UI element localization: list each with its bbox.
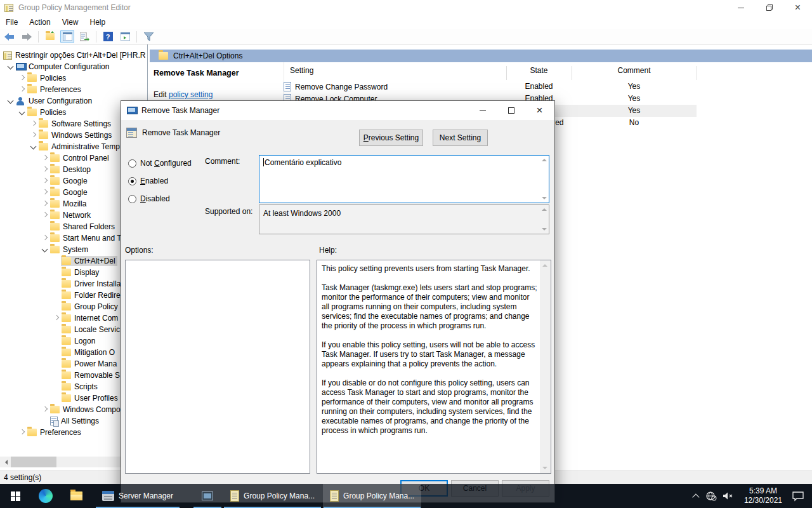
radio-disabled[interactable]: Disabled bbox=[128, 194, 170, 203]
tree-item[interactable]: Restringir opções Ctrl+Alt+Del [PHR.R bbox=[0, 50, 147, 61]
scrollbar-thumb[interactable] bbox=[11, 457, 56, 467]
expander-icon[interactable] bbox=[18, 74, 27, 83]
radio-not-configured[interactable]: Not Configured bbox=[128, 159, 192, 168]
taskbar-app-group-policy-2[interactable]: Group Policy Mana... bbox=[323, 484, 421, 508]
dialog-titlebar[interactable]: Remove Task Manager × bbox=[121, 101, 554, 120]
menu-view[interactable]: View bbox=[56, 16, 84, 29]
minimize-button[interactable] bbox=[726, 0, 755, 15]
radio-icon[interactable] bbox=[128, 195, 136, 203]
expander-icon[interactable] bbox=[29, 131, 38, 140]
gpo-scroll-icon bbox=[230, 490, 239, 502]
expander-icon[interactable] bbox=[6, 97, 15, 105]
expander-icon[interactable] bbox=[52, 291, 61, 300]
taskbar-app-group-policy-1[interactable]: Group Policy Mana... bbox=[223, 484, 322, 508]
expander-icon[interactable] bbox=[18, 108, 27, 117]
expander-icon[interactable] bbox=[41, 177, 49, 185]
expander-icon[interactable] bbox=[52, 337, 61, 345]
expander-icon[interactable] bbox=[18, 428, 27, 437]
dialog-minimize-button[interactable] bbox=[468, 102, 497, 119]
expander-icon[interactable] bbox=[41, 234, 49, 243]
expander-icon[interactable] bbox=[52, 325, 61, 334]
show-properties-button[interactable] bbox=[118, 30, 132, 43]
expander-icon[interactable] bbox=[18, 85, 27, 94]
expander-icon[interactable] bbox=[41, 211, 49, 220]
help-scrollbar[interactable] bbox=[540, 260, 551, 473]
expander-icon[interactable] bbox=[29, 142, 38, 151]
expander-icon[interactable] bbox=[41, 154, 49, 163]
notifications-icon[interactable] bbox=[792, 491, 804, 502]
up-one-level-button[interactable] bbox=[43, 30, 57, 43]
taskbar-explorer-button[interactable] bbox=[61, 484, 91, 508]
expander-icon[interactable] bbox=[41, 165, 49, 174]
folder-icon bbox=[50, 234, 60, 242]
expander-icon[interactable] bbox=[41, 222, 49, 231]
expander-icon[interactable] bbox=[52, 382, 61, 391]
expander-icon[interactable] bbox=[52, 314, 61, 323]
scroll-down-icon[interactable] bbox=[542, 467, 547, 469]
menu-help[interactable]: Help bbox=[84, 16, 112, 29]
scroll-left-arrow-icon[interactable] bbox=[0, 457, 11, 467]
scroll-up-icon[interactable] bbox=[542, 159, 547, 161]
scroll-up-icon[interactable] bbox=[542, 264, 547, 267]
expander-icon[interactable] bbox=[52, 359, 61, 368]
expander-icon[interactable] bbox=[52, 348, 61, 357]
export-list-button[interactable] bbox=[77, 30, 91, 43]
expander-icon[interactable] bbox=[41, 245, 49, 254]
volume-muted-icon[interactable] bbox=[723, 491, 735, 501]
folder-icon bbox=[62, 383, 71, 391]
radio-icon[interactable] bbox=[128, 159, 136, 168]
table-row[interactable]: Remove Change Password Enabled Yes bbox=[280, 81, 697, 93]
back-button[interactable] bbox=[3, 30, 16, 43]
expander-icon[interactable] bbox=[52, 268, 61, 277]
maximize-icon bbox=[508, 107, 514, 114]
scroll-down-icon[interactable] bbox=[542, 228, 547, 231]
comment-text: Comentário explicativo bbox=[265, 158, 341, 167]
show-console-tree-button[interactable] bbox=[60, 30, 74, 43]
column-header-setting[interactable]: Setting bbox=[290, 66, 313, 79]
expander-icon[interactable] bbox=[41, 405, 49, 414]
network-offline-icon[interactable] bbox=[705, 491, 717, 501]
menu-file[interactable]: File bbox=[0, 16, 23, 29]
expander-icon[interactable] bbox=[6, 62, 15, 71]
folder-icon bbox=[50, 223, 60, 231]
radio-icon[interactable] bbox=[128, 177, 136, 185]
tree-item[interactable]: Computer Configuration bbox=[0, 61, 147, 72]
close-button[interactable]: × bbox=[783, 0, 812, 15]
chevron-up-icon[interactable] bbox=[692, 493, 699, 500]
taskbar-app-gpmc[interactable] bbox=[193, 484, 222, 508]
previous-setting-button[interactable]: Previous Setting bbox=[359, 130, 423, 146]
restore-button[interactable] bbox=[755, 0, 783, 15]
column-header-state[interactable]: State bbox=[506, 66, 572, 79]
expander-icon[interactable] bbox=[29, 119, 38, 128]
forward-button[interactable] bbox=[20, 30, 34, 43]
tree-item[interactable]: Policies bbox=[0, 72, 147, 84]
file-explorer-icon bbox=[70, 491, 82, 500]
tray-date: 12/30/2021 bbox=[744, 496, 782, 505]
expander-icon[interactable] bbox=[52, 394, 61, 403]
expander-icon[interactable] bbox=[52, 371, 61, 380]
scroll-down-icon[interactable] bbox=[542, 197, 547, 199]
comment-textarea[interactable]: Comentário explicativo bbox=[259, 155, 549, 203]
column-header-comment[interactable]: Comment bbox=[572, 66, 697, 79]
menu-action[interactable]: Action bbox=[23, 16, 56, 29]
filter-button[interactable] bbox=[141, 30, 155, 43]
expander-icon[interactable] bbox=[52, 302, 61, 311]
expander-icon[interactable] bbox=[52, 279, 61, 288]
taskbar-clock[interactable]: 5:39 AM 12/30/2021 bbox=[740, 486, 786, 505]
dialog-maximize-button[interactable] bbox=[497, 102, 525, 119]
dialog-close-button[interactable]: × bbox=[525, 102, 554, 119]
taskbar-app-server-manager[interactable]: Server Manager bbox=[95, 484, 180, 508]
tree-item[interactable]: Preferences bbox=[0, 84, 147, 95]
scroll-up-icon[interactable] bbox=[542, 208, 547, 211]
radio-enabled[interactable]: Enabled bbox=[128, 177, 168, 185]
expander-icon[interactable] bbox=[41, 188, 49, 197]
expander-icon[interactable] bbox=[52, 257, 61, 265]
help-button[interactable]: ? bbox=[101, 30, 115, 43]
taskbar-edge-button[interactable] bbox=[30, 484, 61, 508]
expander-icon[interactable] bbox=[41, 417, 49, 425]
expander-icon[interactable] bbox=[41, 199, 49, 208]
start-button[interactable] bbox=[0, 484, 30, 508]
edit-policy-setting-link[interactable]: policy setting bbox=[169, 90, 213, 99]
policy-setting-dialog: Remove Task Manager × Remove Task Manage… bbox=[121, 100, 555, 503]
next-setting-button[interactable]: Next Setting bbox=[433, 130, 488, 146]
